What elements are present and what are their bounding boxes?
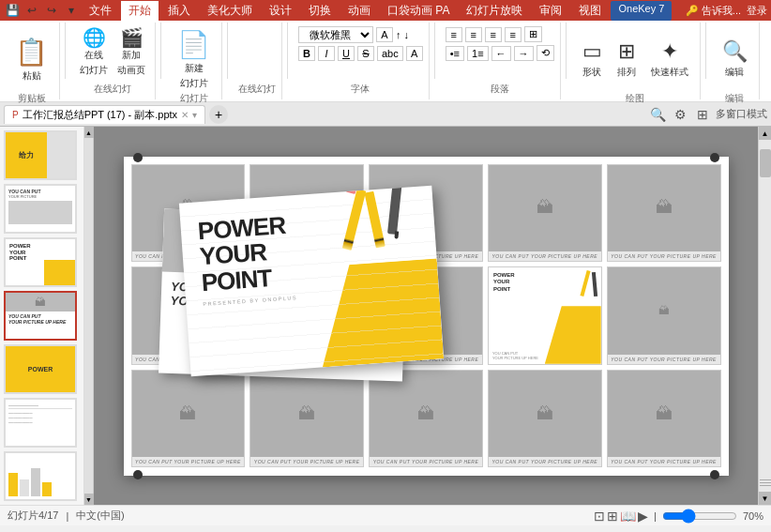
quick-access-toolbar: 💾 ↩ ↪ ▾ xyxy=(4,2,80,19)
scroll-thumb[interactable] xyxy=(760,149,771,177)
add-tab-btn[interactable]: + xyxy=(209,105,228,124)
scroll-down-btn[interactable]: ▼ xyxy=(759,492,772,505)
tab-close[interactable]: ✕ xyxy=(181,110,189,120)
slide-thumb-2[interactable]: YOU CAN PUT YOUR PICTURE xyxy=(4,184,77,234)
settings-btn[interactable]: ⚙ xyxy=(671,105,689,124)
grid-slide-3-3[interactable]: 🏔 YOU CAN PUT YOUR PICTURE UP HERE xyxy=(369,370,483,468)
menu-slideshow[interactable]: 幻灯片放映 xyxy=(459,1,530,21)
help-search[interactable]: 🔑 告诉我... xyxy=(686,4,741,18)
bold-btn[interactable]: B xyxy=(298,46,315,61)
slide-thumb-7[interactable] xyxy=(4,451,77,501)
grid-slide-3-4[interactable]: 🏔 YOU CAN PUT YOUR PICTURE UP HERE xyxy=(488,370,602,468)
menu-pocketanim[interactable]: 口袋动画 PA xyxy=(380,1,457,21)
list-number[interactable]: 1≡ xyxy=(467,46,489,61)
menu-animation[interactable]: 动画 xyxy=(340,1,378,21)
slide-thumb-1[interactable]: 给力 xyxy=(4,130,77,180)
justify[interactable]: ≡ xyxy=(505,27,522,42)
slide-panel: 给力 YOU CAN PUT YOUR PICTURE POWERYOURPOI… xyxy=(0,127,84,505)
online2-label: 在线幻灯 xyxy=(238,83,276,96)
zoom-slider[interactable] xyxy=(662,509,737,524)
grid-slide-3-5[interactable]: 🏔 YOU CAN PUT YOUR PICTURE UP HERE xyxy=(607,370,721,468)
multiwindow-btn[interactable]: ⊞ xyxy=(693,105,712,124)
grid-slide-2-4[interactable]: POWERYOURPOINT YOU CAN PUTYOUR PICTURE U… xyxy=(488,266,602,365)
search-slides-btn[interactable]: 🔍 xyxy=(648,105,667,124)
online-slides-btn[interactable]: 🌐 在线 幻灯片 xyxy=(76,26,112,79)
more-btn[interactable]: ▾ xyxy=(63,2,80,19)
view-presenter[interactable]: ▶ xyxy=(638,509,648,524)
font-shrink: ↓ xyxy=(404,29,410,40)
italic-btn[interactable]: I xyxy=(318,46,335,61)
slide-thumb-5[interactable]: POWER xyxy=(4,344,77,394)
paste-icon: 📋 xyxy=(15,37,48,68)
save-btn[interactable]: 💾 xyxy=(4,2,21,19)
new-slide-btn[interactable]: 📄 新建 幻灯片 xyxy=(172,26,216,92)
quickstyle-icon: ✦ xyxy=(661,39,678,64)
strike-btn[interactable]: S xyxy=(357,46,374,61)
tab-menu[interactable]: ▾ xyxy=(192,110,197,120)
language: 中文(中国) xyxy=(76,509,124,523)
menu-transition[interactable]: 切换 xyxy=(301,1,339,21)
font-size[interactable]: A xyxy=(376,27,393,42)
align-center[interactable]: ≡ xyxy=(465,27,482,42)
grid-slide-3-2[interactable]: 🏔 YOU CAN PUT YOUR PICTURE UP HERE xyxy=(249,370,364,468)
redo-btn[interactable]: ↪ xyxy=(43,2,60,19)
grid-slide-1-5[interactable]: 🏔 YOU CAN PUT YOUR PICTURE UP HERE xyxy=(607,164,721,263)
onekey-badge[interactable]: OneKey 7 xyxy=(611,1,672,21)
col-layout[interactable]: ⊞ xyxy=(524,26,542,42)
quickstyle-btn[interactable]: ✦ 快速样式 xyxy=(645,26,694,92)
menu-home[interactable]: 开始 xyxy=(121,1,159,21)
ribbon-group-edit: 🔍 编辑 编辑 xyxy=(711,23,760,99)
list-bullet[interactable]: •≡ xyxy=(446,46,464,61)
ribbon-group-slide: 📄 新建 幻灯片 幻灯片 xyxy=(166,23,222,99)
menu-beautify[interactable]: 美化大师 xyxy=(200,1,260,21)
slide-thumb-4[interactable]: 🏔 YOU CAN PUTYOUR PICTURE UP HERE xyxy=(4,291,77,341)
underline-btn[interactable]: U xyxy=(338,46,355,61)
multiwindow-label[interactable]: 多窗口模式 xyxy=(716,107,767,121)
view-normal[interactable]: ⊡ xyxy=(594,509,605,524)
arrange-btn[interactable]: ⊞ 排列 xyxy=(612,26,642,92)
slide-thumb-6[interactable]: ———————— ───────── ───────── ───────── xyxy=(4,398,77,448)
menu-review[interactable]: 审阅 xyxy=(532,1,569,21)
panel-scroll-up[interactable]: ▲ xyxy=(84,127,94,138)
grid-slide-1-4[interactable]: 🏔 YOU CAN PUT YOUR PICTURE UP HERE xyxy=(488,164,602,263)
paste-label: 粘贴 xyxy=(23,69,41,83)
separator-2: | xyxy=(654,510,657,522)
canvas-area[interactable]: 🏔 YOU CAN PUT YOUR PICTURE UP HERE 🏔 YOU… xyxy=(94,127,758,505)
login-btn[interactable]: 登录 xyxy=(747,4,767,18)
indent-dec[interactable]: ← xyxy=(491,46,511,61)
featured-slide-front[interactable]: POWER YOUR POINT PRESENTED BY ONOPLUS xyxy=(178,185,443,375)
menu-view[interactable]: 视图 xyxy=(571,1,609,21)
ribbon-group-paragraph: ≡ ≡ ≡ ≡ ⊞ •≡ 1≡ ← → ⟲ 段落 xyxy=(440,23,561,99)
scroll-up-btn[interactable]: ▲ xyxy=(759,127,772,140)
shape-btn[interactable]: ▭ 形状 xyxy=(577,26,608,92)
ribbon-group-clipboard: 📋 粘贴 剪贴板 xyxy=(4,23,60,99)
pin-topright xyxy=(710,153,719,162)
slide-thumb-3[interactable]: POWERYOURPOINT xyxy=(4,237,77,287)
anim-icon: 🎬 xyxy=(120,28,144,47)
abc-btn[interactable]: abc xyxy=(377,46,403,61)
pin-bottomright xyxy=(710,470,719,479)
menu-file[interactable]: 文件 xyxy=(82,1,119,21)
online-icon: 🌐 xyxy=(83,28,106,47)
align-left[interactable]: ≡ xyxy=(446,27,462,42)
font-select[interactable]: 微软雅黑 xyxy=(298,26,373,43)
view-reading[interactable]: 📖 xyxy=(620,509,636,524)
text-dir[interactable]: ⟲ xyxy=(537,45,554,61)
fontcolor-btn[interactable]: A xyxy=(406,46,423,61)
new-anim-btn[interactable]: 🎬 新加 动画页 xyxy=(113,26,149,79)
indent-inc[interactable]: → xyxy=(514,46,534,61)
right-scrollbar[interactable]: ▲ ▼ xyxy=(758,127,771,505)
menu-insert[interactable]: 插入 xyxy=(160,1,198,21)
undo-btn[interactable]: ↩ xyxy=(23,2,40,19)
edit-btn[interactable]: 🔍 编辑 xyxy=(717,26,753,92)
grid-slide-3-1[interactable]: 🏔 YOU CAN PUT YOUR PICTURE UP HERE xyxy=(131,370,246,468)
menu-design[interactable]: 设计 xyxy=(262,1,299,21)
view-slide-sorter[interactable]: ⊞ xyxy=(607,509,618,524)
grid-slide-2-5[interactable]: 🏔 YOU CAN PUT YOUR PICTURE UP HERE xyxy=(607,266,721,365)
doc-tab-active[interactable]: P 工作汇报总结PPT (17) - 副本.pptx ✕ ▾ xyxy=(4,105,205,124)
edit-icon: 🔍 xyxy=(722,39,748,64)
paste-button[interactable]: 📋 粘贴 xyxy=(9,26,53,92)
menu-bar: 💾 ↩ ↪ ▾ 文件 开始 插入 美化大师 设计 切换 动画 口袋动画 PA 幻… xyxy=(0,0,771,21)
align-right[interactable]: ≡ xyxy=(485,27,502,42)
panel-scroll-down[interactable]: ▼ xyxy=(84,494,94,505)
